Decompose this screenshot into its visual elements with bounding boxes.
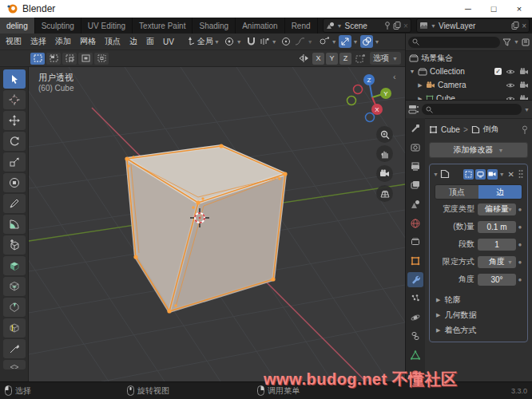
tool-loop-cut[interactable]	[3, 318, 26, 338]
animate-dot[interactable]: ●	[516, 206, 524, 213]
tool-move[interactable]	[3, 111, 26, 130]
menu-uv[interactable]: UV	[159, 38, 178, 46]
tool-measure[interactable]	[3, 215, 26, 234]
sidebar-collapse-icon[interactable]: ‹	[393, 72, 396, 81]
outliner-row-collection[interactable]: ▼ Collection ✓	[406, 65, 532, 78]
workspace-tab-animation[interactable]: Animation	[236, 18, 284, 34]
close-button[interactable]: ×	[506, 0, 532, 18]
snap-settings-icon[interactable]	[260, 37, 269, 46]
menu-vertex[interactable]: 顶点	[101, 36, 125, 47]
tab-collection[interactable]	[407, 235, 423, 250]
viewport-3d[interactable]: Z Y X 用户透视 (60) Cube ‹	[29, 67, 405, 381]
show-gizmos-toggle[interactable]	[339, 35, 351, 48]
menu-view[interactable]: 视图	[2, 36, 26, 47]
select-mode-vertex-icon[interactable]	[30, 53, 45, 65]
animate-dot[interactable]: ●	[516, 259, 524, 266]
animate-dot[interactable]: ●	[516, 223, 524, 231]
editmode-display-toggle[interactable]	[463, 169, 474, 180]
affect-vertices-button[interactable]: 顶点	[435, 185, 478, 199]
section-profile[interactable]: ▶ 轮廓	[433, 292, 524, 307]
width-type-dropdown[interactable]: 偏移量 ▼	[478, 203, 516, 215]
workspace-tab-modeling[interactable]: deling	[0, 18, 35, 34]
breadcrumb-object[interactable]: Cube	[441, 125, 460, 134]
workspace-tab-shading[interactable]: Shading	[193, 18, 236, 34]
properties-editor-icon[interactable]	[408, 105, 419, 114]
add-modifier-button[interactable]: 添加修改器 ▼	[429, 142, 528, 158]
render-visibility-icon[interactable]	[519, 68, 529, 75]
tool-select-box[interactable]	[3, 69, 26, 89]
viewlayer-selector[interactable]: ▼ ViewLayer ×	[416, 18, 530, 33]
tab-world[interactable]	[407, 215, 423, 231]
tab-tool[interactable]	[407, 121, 423, 136]
show-gizmo-icon[interactable]	[319, 37, 329, 46]
pan-hand-button[interactable]	[376, 145, 393, 162]
tool-annotate[interactable]	[3, 194, 26, 213]
workspace-tab-rendering[interactable]: Rend	[285, 18, 318, 34]
show-overlays-toggle[interactable]	[360, 35, 373, 48]
tab-particles[interactable]	[407, 291, 423, 306]
new-viewlayer-icon[interactable]	[511, 22, 519, 30]
angle-field[interactable]: 30°	[478, 274, 516, 286]
mirror-z-button[interactable]: Z	[339, 53, 351, 65]
outliner-row-camera[interactable]: ▶ Camera	[406, 78, 532, 92]
tab-physics[interactable]	[407, 310, 423, 325]
maximize-button[interactable]: □	[481, 0, 506, 18]
menu-add[interactable]: 添加	[51, 36, 75, 47]
proportional-snap-icon[interactable]	[355, 53, 366, 63]
orientation-value[interactable]: 全局	[197, 36, 213, 47]
limit-method-dropdown[interactable]: 角度 ▼	[478, 256, 516, 268]
snap-magnet-icon[interactable]	[247, 37, 256, 46]
camera-view-button[interactable]	[376, 165, 393, 182]
gizmo-axis-neg-z[interactable]	[366, 113, 375, 122]
orthographic-grid-button[interactable]	[376, 185, 393, 202]
tool-scale[interactable]	[3, 152, 26, 172]
tab-output[interactable]	[407, 159, 423, 174]
expand-arrow-icon[interactable]: ▼	[409, 69, 415, 74]
tab-scene[interactable]	[407, 197, 423, 212]
drag-handle-icon[interactable]	[518, 169, 524, 179]
tab-constraints[interactable]	[407, 329, 423, 344]
options-dropdown[interactable]: 选项 ▼	[370, 52, 401, 65]
tab-view-layer[interactable]	[407, 178, 423, 193]
gizmo-axis-neg-x[interactable]	[354, 85, 363, 94]
collection-checkbox[interactable]: ✓	[494, 68, 502, 75]
tool-inset-faces[interactable]	[3, 277, 26, 296]
outliner-row-scene-collection[interactable]: 场景集合	[406, 51, 532, 65]
tab-modifiers[interactable]	[407, 272, 423, 287]
pin-icon[interactable]	[522, 125, 528, 134]
minimize-button[interactable]: ─	[455, 0, 481, 18]
affect-edges-button[interactable]: 边	[478, 185, 522, 199]
tool-knife[interactable]	[3, 339, 26, 358]
select-mode-face-icon[interactable]	[62, 53, 77, 65]
menu-edge[interactable]: 边	[125, 36, 141, 47]
menu-select[interactable]: 选择	[26, 36, 50, 47]
section-geometry[interactable]: ▶ 几何数据	[433, 307, 524, 322]
new-scene-icon[interactable]	[393, 22, 401, 30]
tool-cursor[interactable]	[3, 90, 26, 109]
tool-bevel[interactable]	[3, 298, 26, 317]
filter-icon[interactable]	[502, 38, 511, 46]
workspace-tab-texture-paint[interactable]: Texture Paint	[133, 18, 193, 34]
remove-viewlayer-icon[interactable]: ×	[522, 22, 526, 30]
workspace-tab-sculpting[interactable]: Sculpting	[35, 18, 81, 34]
render-visibility-icon[interactable]	[519, 81, 529, 89]
tab-object-data[interactable]	[407, 348, 423, 363]
transform-orientation-icon[interactable]	[185, 37, 195, 46]
mirror-x-button[interactable]: X	[312, 53, 324, 65]
animate-dot[interactable]: ●	[516, 276, 524, 283]
properties-search-input[interactable]	[422, 104, 522, 115]
select-mode-edge-icon[interactable]	[46, 53, 61, 65]
tab-object[interactable]	[407, 253, 423, 268]
tool-poly-build[interactable]	[3, 360, 26, 369]
menu-face[interactable]: 面	[142, 36, 158, 47]
pivot-point-icon[interactable]	[224, 37, 234, 46]
modifier-extras-icon[interactable]: ▼	[499, 172, 505, 177]
breadcrumb-modifier[interactable]: 倒角	[483, 124, 499, 135]
tool-add-cube[interactable]	[3, 235, 26, 255]
eye-icon[interactable]	[506, 69, 515, 75]
segments-field[interactable]: 1	[478, 239, 516, 251]
mirror-y-button[interactable]: Y	[326, 53, 338, 65]
pin-icon[interactable]	[384, 22, 391, 30]
cube-mesh[interactable]	[125, 144, 287, 313]
tool-rotate[interactable]	[3, 132, 26, 151]
